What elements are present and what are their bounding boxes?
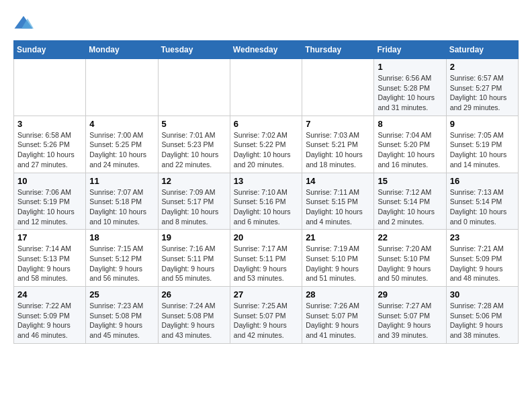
col-header-monday: Monday bbox=[86, 41, 158, 59]
calendar-week-row: 10Sunrise: 7:06 AM Sunset: 5:19 PM Dayli… bbox=[14, 173, 519, 230]
calendar-cell bbox=[302, 59, 374, 116]
calendar-cell: 18Sunrise: 7:15 AM Sunset: 5:12 PM Dayli… bbox=[86, 230, 158, 287]
col-header-friday: Friday bbox=[374, 41, 446, 59]
calendar-week-row: 24Sunrise: 7:22 AM Sunset: 5:09 PM Dayli… bbox=[14, 287, 519, 344]
day-info: Sunrise: 7:03 AM Sunset: 5:21 PM Dayligh… bbox=[306, 130, 370, 170]
calendar-cell: 11Sunrise: 7:07 AM Sunset: 5:18 PM Dayli… bbox=[86, 173, 158, 230]
col-header-thursday: Thursday bbox=[302, 41, 374, 59]
day-number: 10 bbox=[17, 176, 82, 186]
day-number: 16 bbox=[450, 176, 515, 186]
day-info: Sunrise: 7:05 AM Sunset: 5:19 PM Dayligh… bbox=[450, 130, 515, 170]
day-number: 27 bbox=[234, 289, 298, 300]
day-info: Sunrise: 7:07 AM Sunset: 5:18 PM Dayligh… bbox=[89, 187, 154, 227]
calendar-cell: 27Sunrise: 7:25 AM Sunset: 5:07 PM Dayli… bbox=[230, 287, 302, 344]
calendar-cell: 5Sunrise: 7:01 AM Sunset: 5:23 PM Daylig… bbox=[158, 116, 230, 173]
calendar-cell: 30Sunrise: 7:28 AM Sunset: 5:06 PM Dayli… bbox=[446, 287, 518, 344]
logo bbox=[13, 13, 36, 34]
day-info: Sunrise: 7:17 AM Sunset: 5:11 PM Dayligh… bbox=[234, 244, 298, 283]
calendar-cell: 15Sunrise: 7:12 AM Sunset: 5:14 PM Dayli… bbox=[374, 173, 446, 230]
day-number: 3 bbox=[17, 119, 82, 129]
day-number: 30 bbox=[450, 289, 515, 300]
day-info: Sunrise: 7:12 AM Sunset: 5:14 PM Dayligh… bbox=[378, 187, 442, 227]
calendar-week-row: 3Sunrise: 6:58 AM Sunset: 5:26 PM Daylig… bbox=[14, 116, 519, 173]
col-header-sunday: Sunday bbox=[14, 41, 86, 59]
calendar-cell: 23Sunrise: 7:21 AM Sunset: 5:09 PM Dayli… bbox=[446, 230, 518, 287]
day-info: Sunrise: 7:20 AM Sunset: 5:10 PM Dayligh… bbox=[378, 244, 442, 283]
calendar-cell: 2Sunrise: 6:57 AM Sunset: 5:27 PM Daylig… bbox=[446, 59, 518, 116]
day-number: 23 bbox=[450, 232, 515, 242]
day-info: Sunrise: 7:15 AM Sunset: 5:12 PM Dayligh… bbox=[89, 244, 154, 283]
day-info: Sunrise: 6:58 AM Sunset: 5:26 PM Dayligh… bbox=[17, 130, 82, 170]
day-info: Sunrise: 7:01 AM Sunset: 5:23 PM Dayligh… bbox=[162, 130, 226, 170]
day-info: Sunrise: 7:02 AM Sunset: 5:22 PM Dayligh… bbox=[234, 130, 298, 170]
day-info: Sunrise: 7:14 AM Sunset: 5:13 PM Dayligh… bbox=[17, 244, 82, 283]
col-header-tuesday: Tuesday bbox=[158, 41, 230, 59]
calendar-cell bbox=[158, 59, 230, 116]
day-info: Sunrise: 7:23 AM Sunset: 5:08 PM Dayligh… bbox=[89, 301, 154, 340]
calendar-week-row: 17Sunrise: 7:14 AM Sunset: 5:13 PM Dayli… bbox=[14, 230, 519, 287]
day-number: 12 bbox=[162, 176, 226, 186]
day-number: 9 bbox=[450, 119, 515, 129]
day-number: 26 bbox=[162, 289, 226, 300]
calendar-cell: 7Sunrise: 7:03 AM Sunset: 5:21 PM Daylig… bbox=[302, 116, 374, 173]
logo-icon bbox=[13, 13, 34, 34]
calendar-table: SundayMondayTuesdayWednesdayThursdayFrid… bbox=[13, 40, 519, 344]
day-number: 15 bbox=[378, 176, 442, 186]
day-number: 21 bbox=[306, 232, 370, 242]
page-header bbox=[13, 13, 519, 34]
day-number: 8 bbox=[378, 119, 442, 129]
day-info: Sunrise: 7:22 AM Sunset: 5:09 PM Dayligh… bbox=[17, 301, 82, 340]
day-info: Sunrise: 6:57 AM Sunset: 5:27 PM Dayligh… bbox=[450, 73, 515, 113]
calendar-cell: 25Sunrise: 7:23 AM Sunset: 5:08 PM Dayli… bbox=[86, 287, 158, 344]
calendar-cell: 9Sunrise: 7:05 AM Sunset: 5:19 PM Daylig… bbox=[446, 116, 518, 173]
calendar-cell: 20Sunrise: 7:17 AM Sunset: 5:11 PM Dayli… bbox=[230, 230, 302, 287]
day-info: Sunrise: 7:16 AM Sunset: 5:11 PM Dayligh… bbox=[162, 244, 226, 283]
calendar-cell bbox=[14, 59, 86, 116]
day-number: 24 bbox=[17, 289, 82, 300]
calendar-cell: 17Sunrise: 7:14 AM Sunset: 5:13 PM Dayli… bbox=[14, 230, 86, 287]
calendar-cell: 12Sunrise: 7:09 AM Sunset: 5:17 PM Dayli… bbox=[158, 173, 230, 230]
day-number: 25 bbox=[89, 289, 154, 300]
calendar-cell: 21Sunrise: 7:19 AM Sunset: 5:10 PM Dayli… bbox=[302, 230, 374, 287]
calendar-cell: 8Sunrise: 7:04 AM Sunset: 5:20 PM Daylig… bbox=[374, 116, 446, 173]
day-number: 14 bbox=[306, 176, 370, 186]
day-info: Sunrise: 7:27 AM Sunset: 5:07 PM Dayligh… bbox=[378, 301, 442, 340]
calendar-cell: 3Sunrise: 6:58 AM Sunset: 5:26 PM Daylig… bbox=[14, 116, 86, 173]
calendar-cell: 14Sunrise: 7:11 AM Sunset: 5:15 PM Dayli… bbox=[302, 173, 374, 230]
day-number: 17 bbox=[17, 232, 82, 242]
col-header-wednesday: Wednesday bbox=[230, 41, 302, 59]
day-number: 18 bbox=[89, 232, 154, 242]
day-number: 11 bbox=[89, 176, 154, 186]
calendar-cell: 22Sunrise: 7:20 AM Sunset: 5:10 PM Dayli… bbox=[374, 230, 446, 287]
day-info: Sunrise: 7:21 AM Sunset: 5:09 PM Dayligh… bbox=[450, 244, 515, 283]
day-info: Sunrise: 7:26 AM Sunset: 5:07 PM Dayligh… bbox=[306, 301, 370, 340]
day-number: 7 bbox=[306, 119, 370, 129]
day-number: 19 bbox=[162, 232, 226, 242]
calendar-cell: 26Sunrise: 7:24 AM Sunset: 5:08 PM Dayli… bbox=[158, 287, 230, 344]
day-info: Sunrise: 6:56 AM Sunset: 5:28 PM Dayligh… bbox=[378, 73, 442, 113]
calendar-cell: 24Sunrise: 7:22 AM Sunset: 5:09 PM Dayli… bbox=[14, 287, 86, 344]
calendar-cell: 10Sunrise: 7:06 AM Sunset: 5:19 PM Dayli… bbox=[14, 173, 86, 230]
calendar-cell: 19Sunrise: 7:16 AM Sunset: 5:11 PM Dayli… bbox=[158, 230, 230, 287]
calendar-cell bbox=[230, 59, 302, 116]
day-info: Sunrise: 7:19 AM Sunset: 5:10 PM Dayligh… bbox=[306, 244, 370, 283]
col-header-saturday: Saturday bbox=[446, 41, 518, 59]
day-info: Sunrise: 7:11 AM Sunset: 5:15 PM Dayligh… bbox=[306, 187, 370, 227]
day-number: 5 bbox=[162, 119, 226, 129]
calendar-cell: 6Sunrise: 7:02 AM Sunset: 5:22 PM Daylig… bbox=[230, 116, 302, 173]
day-number: 20 bbox=[234, 232, 298, 242]
calendar-week-row: 1Sunrise: 6:56 AM Sunset: 5:28 PM Daylig… bbox=[14, 59, 519, 116]
day-info: Sunrise: 7:24 AM Sunset: 5:08 PM Dayligh… bbox=[162, 301, 226, 340]
calendar-cell: 4Sunrise: 7:00 AM Sunset: 5:25 PM Daylig… bbox=[86, 116, 158, 173]
day-info: Sunrise: 7:25 AM Sunset: 5:07 PM Dayligh… bbox=[234, 301, 298, 340]
day-info: Sunrise: 7:28 AM Sunset: 5:06 PM Dayligh… bbox=[450, 301, 515, 340]
day-number: 2 bbox=[450, 62, 515, 72]
calendar-cell: 13Sunrise: 7:10 AM Sunset: 5:16 PM Dayli… bbox=[230, 173, 302, 230]
day-info: Sunrise: 7:13 AM Sunset: 5:14 PM Dayligh… bbox=[450, 187, 515, 227]
day-info: Sunrise: 7:04 AM Sunset: 5:20 PM Dayligh… bbox=[378, 130, 442, 170]
calendar-cell: 16Sunrise: 7:13 AM Sunset: 5:14 PM Dayli… bbox=[446, 173, 518, 230]
calendar-header-row: SundayMondayTuesdayWednesdayThursdayFrid… bbox=[14, 41, 519, 59]
day-number: 1 bbox=[378, 62, 442, 72]
day-info: Sunrise: 7:06 AM Sunset: 5:19 PM Dayligh… bbox=[17, 187, 82, 227]
calendar-cell: 1Sunrise: 6:56 AM Sunset: 5:28 PM Daylig… bbox=[374, 59, 446, 116]
